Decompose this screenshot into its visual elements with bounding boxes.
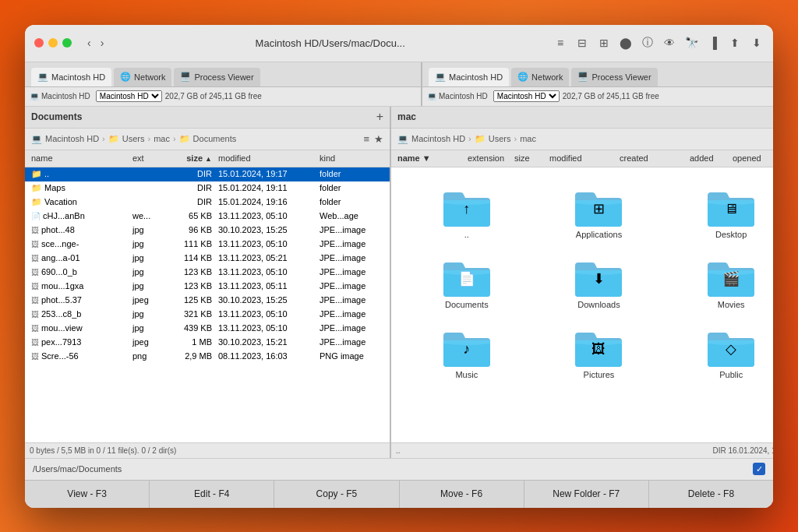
left-hd-label: Macintosh HD [41,92,90,100]
right-col-headers: name ▼ extension size modified created a… [391,150,773,167]
folder-icon-item[interactable]: ♪ Music [404,320,530,384]
forward-button[interactable]: › [97,35,108,51]
rbc-mac[interactable]: mac [520,134,536,143]
file-row[interactable]: 🖼mou...view jpg 439 KB 13.11.2023, 05:10… [25,322,390,336]
cell-kind: JPE...image [316,253,387,262]
file-row[interactable]: 🖼253...c8_b jpg 321 KB 13.11.2023, 05:10… [25,308,390,322]
rbc-hd[interactable]: Macintosh HD [411,134,465,143]
col-header-kind[interactable]: kind [316,153,387,163]
left-add-tab-button[interactable]: + [376,110,383,124]
cell-modified: 13.11.2023, 05:10 [215,211,316,220]
tab-process-viewer-right[interactable]: 🖥️ Process Viewer [571,68,657,86]
toggle-icon[interactable]: ⬤ [619,36,633,50]
toolbar-move-button[interactable]: Move - F6 [400,481,524,508]
tab-macintosh-hd-left[interactable]: 💻 Macintosh HD [31,68,111,86]
rcol-size[interactable]: size [511,153,546,163]
folder-label: Pictures [584,370,615,379]
cell-size: 123 KB [164,267,215,277]
cell-size: 1 MB [164,337,215,347]
bc-hd[interactable]: Macintosh HD [45,134,99,143]
folder-icon-item[interactable]: ⬇ Downloads [536,250,662,314]
file-row[interactable]: 🖼Scre...-56 png 2,9 MB 08.11.2023, 16:03… [25,350,390,364]
rcol-opened[interactable]: opened [729,153,772,163]
tab-network-left[interactable]: 🌐 Network [114,68,171,86]
toolbar-view-button[interactable]: View - F3 [25,481,150,508]
file-row[interactable]: 🖼pex...7913 jpeg 1 MB 30.10.2023, 15:21 … [25,336,390,350]
file-row[interactable]: 📁Maps DIR 15.01.2024, 19:11 folder [25,181,390,196]
cell-ext: jpg [129,253,164,262]
folder-label: Documents [445,300,489,309]
download-icon[interactable]: ⬇ [750,36,764,50]
upload-icon[interactable]: ⬆ [728,36,742,50]
col-header-ext[interactable]: ext [129,153,164,163]
rcol-modified[interactable]: modified [546,153,616,163]
file-row[interactable]: 🖼ang...a-01 jpg 114 KB 13.11.2023, 05:21… [25,252,390,266]
bc-users[interactable]: Users [122,134,145,143]
right-disk-dropdown[interactable]: Macintosh HD [493,90,560,102]
folder-svg [706,255,756,297]
bc-mac[interactable]: mac [154,134,170,143]
folder-svg-container: ⬇ [574,255,623,297]
left-col-headers: name ext size ▲ modified kind [25,150,390,167]
cell-kind: PNG image [316,351,387,361]
file-row[interactable]: 🖼sce...nge- jpg 111 KB 13.11.2023, 05:10… [25,238,390,252]
folder-icon-item[interactable]: ◇ Public [668,320,773,384]
rcol-added[interactable]: added [687,153,729,163]
file-row[interactable]: 🖼690...0_b jpg 123 KB 13.11.2023, 05:10 … [25,266,390,280]
folder-icon-item[interactable]: ⊞ Applications [536,180,662,244]
file-row[interactable]: 📁Vacation DIR 15.01.2024, 19:16 folder [25,196,390,210]
tab-process-viewer-left[interactable]: 🖥️ Process Viewer [174,68,260,86]
folder-svg [574,325,623,367]
minimize-button[interactable] [48,38,58,48]
bc-bookmark[interactable]: ★ [374,133,383,145]
toolbar-new_folder-button[interactable]: New Folder - F7 [524,481,649,508]
image-icon: 🖼 [31,240,39,248]
rbc-users[interactable]: Users [489,134,511,143]
col-header-size[interactable]: size ▲ [164,153,215,163]
tab-macintosh-hd-right[interactable]: 💻 Macintosh HD [429,68,509,86]
col-header-modified[interactable]: modified [215,153,316,163]
folder-icon-item[interactable]: 🎬 Movies [668,250,773,314]
folder-svg [574,255,623,297]
toolbar-delete-button[interactable]: Delete - F8 [649,481,773,508]
rcol-created[interactable]: created [616,153,687,163]
file-row[interactable]: 📁.. DIR 15.01.2024, 19:17 folder [25,167,390,181]
cell-kind: folder [316,197,387,206]
folder-icon-item[interactable]: 📄 Documents [404,250,530,314]
cell-name: 🖼690...0_b [28,267,129,277]
cell-kind: JPE...image [316,309,387,319]
maximize-button[interactable] [62,38,72,48]
left-disk-dropdown[interactable]: Macintosh HD [96,90,162,102]
rcol-name[interactable]: name ▼ [394,153,464,163]
folder-icon-item[interactable]: 🖼 Pictures [536,320,662,384]
folder-icon-item[interactable]: ↑ .. [404,180,530,244]
toolbar-copy-button[interactable]: Copy - F5 [274,481,399,508]
file-row[interactable]: 🖼phot...48 jpg 96 KB 30.10.2023, 15:25 J… [25,224,390,238]
folder-icon-item[interactable]: 🖥 Desktop [668,180,773,244]
detail-view-icon[interactable]: ⊟ [575,36,589,50]
toolbar-edit-button[interactable]: Edit - F4 [150,481,274,508]
path-bar-checkbox[interactable]: ✓ [753,463,765,475]
bc-view-options[interactable]: ≡ [363,133,369,145]
info-icon[interactable]: ⓘ [641,36,655,50]
file-row[interactable]: 📄cHJ...anBn we... 65 KB 13.11.2023, 05:1… [25,210,390,224]
list-view-icon[interactable]: ≡ [553,36,567,50]
tab-network-right[interactable]: 🌐 Network [511,68,569,86]
rcol-ext[interactable]: extension [464,153,511,163]
panel-icon[interactable]: ▐ [706,36,720,50]
rcol-kind[interactable]: kind [772,153,773,163]
file-row[interactable]: 🖼mou...1gxa jpg 123 KB 13.11.2023, 05:11… [25,280,390,294]
left-tab-bar: 💻 Macintosh HD 🌐 Network 🖥️ Process View… [25,62,422,86]
hd-icon-left: 💻 [37,72,48,82]
view-icon[interactable]: 👁 [662,36,676,50]
col-header-name[interactable]: name [28,153,129,163]
folder-label: .. [464,230,469,239]
binoculars-icon[interactable]: 🔭 [684,36,698,50]
cell-ext: jpg [129,239,164,248]
file-row[interactable]: 🖼phot...5.37 jpeg 125 KB 30.10.2023, 15:… [25,294,390,308]
grid-view-icon[interactable]: ⊞ [597,36,611,50]
back-button[interactable]: ‹ [84,35,94,51]
bc-documents[interactable]: Documents [193,134,237,143]
rbc-sep2: › [514,134,517,143]
close-button[interactable] [34,38,44,48]
